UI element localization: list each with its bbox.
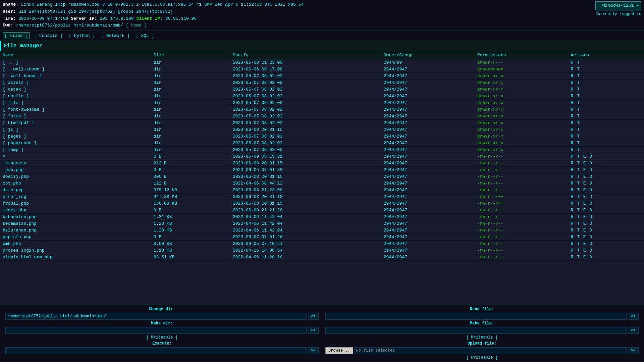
action-e[interactable]: E bbox=[583, 214, 589, 219]
action-t[interactable]: T bbox=[577, 73, 580, 79]
action-t[interactable]: T bbox=[577, 181, 582, 186]
action-e[interactable]: E bbox=[583, 194, 589, 199]
file-link[interactable]: .htaccess bbox=[3, 161, 26, 166]
file-link[interactable]: # bbox=[3, 154, 5, 159]
action-r[interactable]: R bbox=[571, 235, 576, 240]
os-selector[interactable]: Windows-1251 ▾ bbox=[595, 1, 641, 10]
action-d[interactable]: D bbox=[589, 255, 592, 260]
execute-btn[interactable]: >> bbox=[308, 347, 319, 354]
action-t[interactable]: T bbox=[577, 127, 580, 132]
action-r[interactable]: R bbox=[571, 107, 576, 112]
action-t[interactable]: T bbox=[577, 201, 582, 206]
action-t[interactable]: T bbox=[577, 194, 582, 199]
action-t[interactable]: T bbox=[577, 100, 580, 105]
action-r[interactable]: R bbox=[571, 120, 576, 125]
file-link[interactable]: [ .well-known ] bbox=[3, 73, 42, 79]
action-d[interactable]: D bbox=[589, 154, 592, 159]
file-link[interactable]: [ file ] bbox=[3, 100, 23, 105]
file-link[interactable]: [ config ] bbox=[3, 94, 29, 99]
action-r[interactable]: R bbox=[571, 194, 576, 199]
file-link[interactable]: index.php bbox=[3, 208, 26, 213]
action-t[interactable]: T bbox=[577, 67, 580, 72]
action-d[interactable]: D bbox=[589, 228, 592, 233]
action-d[interactable]: D bbox=[589, 174, 592, 179]
action-t[interactable]: T bbox=[577, 147, 580, 152]
execute-input[interactable] bbox=[5, 347, 307, 354]
action-t[interactable]: T bbox=[577, 80, 580, 85]
file-link[interactable]: [ phpqrcode ] bbox=[3, 141, 37, 146]
action-t[interactable]: T bbox=[577, 255, 582, 260]
action-t[interactable]: T bbox=[577, 235, 582, 240]
file-link[interactable]: [ ..well-known ] bbox=[3, 67, 45, 72]
file-link[interactable]: kecamatan.php bbox=[3, 221, 37, 226]
action-e[interactable]: E bbox=[583, 221, 589, 226]
action-r[interactable]: R bbox=[571, 248, 576, 253]
change-dir-btn[interactable]: >> bbox=[308, 313, 319, 320]
action-t[interactable]: T bbox=[577, 60, 580, 65]
action-e[interactable]: E bbox=[583, 228, 589, 233]
action-d[interactable]: D bbox=[589, 248, 592, 253]
file-link[interactable]: cbt.php bbox=[3, 181, 21, 186]
action-e[interactable]: E bbox=[583, 255, 589, 260]
action-t[interactable]: T bbox=[577, 188, 582, 193]
action-e[interactable]: E bbox=[583, 241, 589, 246]
action-t[interactable]: T bbox=[577, 120, 580, 125]
action-r[interactable]: R bbox=[571, 134, 576, 139]
action-e[interactable]: E bbox=[583, 201, 589, 206]
action-d[interactable]: D bbox=[589, 188, 592, 193]
browse-button[interactable]: Browse... bbox=[325, 347, 353, 354]
file-link[interactable]: kabupaten.php bbox=[3, 214, 37, 219]
file-link[interactable]: error_log bbox=[3, 194, 26, 199]
action-t[interactable]: T bbox=[577, 114, 580, 119]
nav-network[interactable]: [ Network ] bbox=[99, 32, 131, 39]
upload-btn[interactable]: >> bbox=[628, 347, 639, 354]
action-d[interactable]: D bbox=[589, 201, 592, 206]
make-file-btn[interactable]: >> bbox=[628, 327, 639, 334]
action-r[interactable]: R bbox=[571, 188, 576, 193]
action-t[interactable]: T bbox=[577, 174, 582, 179]
action-e[interactable]: E bbox=[583, 154, 589, 159]
action-t[interactable]: T bbox=[577, 141, 580, 146]
file-link[interactable]: phpinfo.php bbox=[3, 235, 32, 240]
action-d[interactable]: D bbox=[589, 221, 592, 226]
action-r[interactable]: R bbox=[571, 127, 576, 132]
action-d[interactable]: D bbox=[589, 181, 592, 186]
file-link[interactable]: [ cetak ] bbox=[3, 87, 26, 92]
action-t[interactable]: T bbox=[577, 107, 580, 112]
action-r[interactable]: R bbox=[571, 201, 576, 206]
action-d[interactable]: D bbox=[589, 214, 592, 219]
action-e[interactable]: E bbox=[583, 248, 589, 253]
read-file-btn[interactable]: >> bbox=[628, 313, 639, 320]
action-r[interactable]: R bbox=[571, 255, 576, 260]
action-t[interactable]: T bbox=[577, 87, 580, 92]
action-e[interactable]: E bbox=[583, 188, 589, 193]
action-r[interactable]: R bbox=[571, 147, 576, 152]
action-t[interactable]: T bbox=[577, 214, 582, 219]
action-t[interactable]: T bbox=[577, 94, 580, 99]
home-link[interactable]: [ home ] bbox=[126, 22, 147, 29]
file-link[interactable]: [ temp ] bbox=[3, 147, 23, 152]
change-dir-input[interactable] bbox=[5, 313, 307, 320]
action-r[interactable]: R bbox=[571, 60, 576, 65]
action-t[interactable]: T bbox=[577, 208, 582, 213]
action-d[interactable]: D bbox=[589, 161, 592, 166]
action-t[interactable]: T bbox=[577, 161, 582, 166]
make-dir-btn[interactable]: >> bbox=[308, 327, 319, 334]
action-r[interactable]: R bbox=[571, 241, 576, 246]
action-r[interactable]: R bbox=[571, 114, 576, 119]
action-e[interactable]: E bbox=[583, 181, 589, 186]
file-link[interactable]: [ js ] bbox=[3, 127, 18, 132]
action-d[interactable]: D bbox=[589, 167, 592, 172]
read-file-input[interactable] bbox=[325, 313, 627, 320]
action-d[interactable]: D bbox=[589, 194, 592, 199]
action-d[interactable]: D bbox=[589, 208, 592, 213]
file-link[interactable]: [ html2pdf ] bbox=[3, 120, 34, 125]
action-r[interactable]: R bbox=[571, 208, 576, 213]
action-t[interactable]: T bbox=[577, 167, 582, 172]
action-r[interactable]: R bbox=[571, 228, 576, 233]
file-link[interactable]: kelurahan.php bbox=[3, 228, 37, 233]
action-e[interactable]: E bbox=[583, 174, 589, 179]
action-d[interactable]: D bbox=[589, 241, 592, 246]
action-r[interactable]: R bbox=[571, 73, 576, 79]
file-link[interactable]: [ pages ] bbox=[3, 134, 26, 139]
